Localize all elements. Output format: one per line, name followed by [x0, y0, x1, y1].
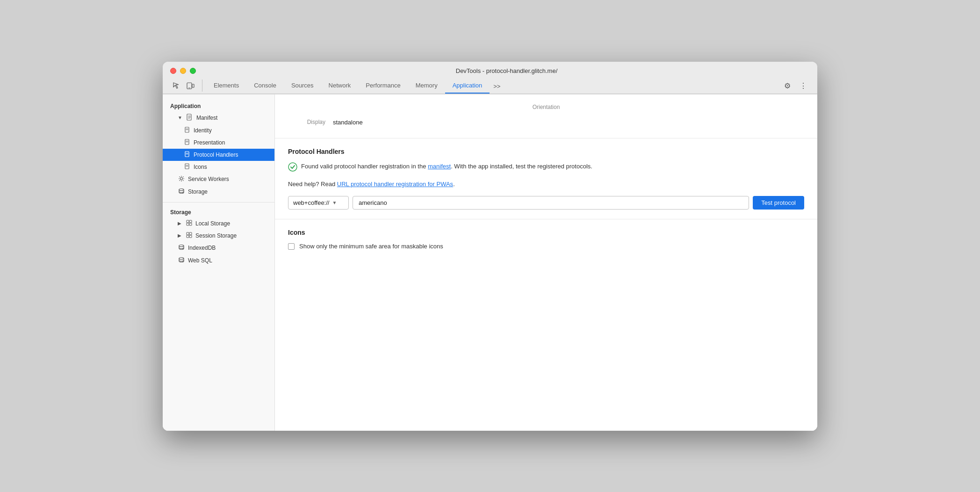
- svg-point-29: [179, 245, 184, 246]
- maskable-icons-row: Show only the minimum safe area for mask…: [288, 243, 804, 250]
- svg-rect-24: [189, 223, 192, 225]
- main-panel: Orientation Display standalone Protocol …: [275, 94, 817, 431]
- maximize-button[interactable]: [190, 68, 196, 74]
- db-icon-websql: [178, 257, 185, 265]
- svg-point-31: [288, 163, 297, 171]
- svg-rect-26: [189, 232, 192, 235]
- tab-console[interactable]: Console: [246, 78, 284, 94]
- more-tabs-button[interactable]: >>: [490, 79, 504, 94]
- success-text-post: . With the app installed, test the regis…: [451, 163, 592, 170]
- tab-performance[interactable]: Performance: [358, 78, 408, 94]
- protocol-handlers-section: Protocol Handlers Found valid protocol h…: [275, 138, 817, 220]
- sidebar-item-storage[interactable]: Storage: [163, 186, 274, 198]
- help-link[interactable]: URL protocol handler registration for PW…: [337, 181, 453, 188]
- protocol-input[interactable]: [353, 196, 749, 210]
- grid-icon-session: [185, 232, 193, 239]
- sidebar-item-websql[interactable]: Web SQL: [163, 254, 274, 267]
- sidebar-divider: [163, 202, 274, 203]
- browser-window: DevTools - protocol-handler.glitch.me/: [163, 62, 817, 431]
- sidebar-item-manifest[interactable]: ▼ Manifest: [163, 111, 274, 124]
- sidebar-indexeddb-label: IndexedDB: [188, 245, 216, 251]
- svg-rect-23: [187, 223, 189, 225]
- sidebar-local-storage-label: Local Storage: [195, 220, 230, 227]
- tab-network[interactable]: Network: [321, 78, 359, 94]
- titlebar: DevTools - protocol-handler.glitch.me/: [163, 62, 817, 94]
- protocol-row: web+coffee:// ▼ Test protocol: [288, 196, 804, 210]
- display-value: standalone: [333, 119, 363, 126]
- maskable-icons-label: Show only the minimum safe area for mask…: [299, 243, 443, 250]
- sidebar: Application ▼ Manifest: [163, 94, 275, 431]
- sidebar-storage-label: Storage: [188, 188, 208, 195]
- more-options-button[interactable]: ⋮: [797, 79, 810, 92]
- success-check-icon: [288, 162, 297, 174]
- display-section: Orientation Display standalone: [275, 94, 817, 138]
- tab-memory[interactable]: Memory: [408, 78, 445, 94]
- tab-sources[interactable]: Sources: [284, 78, 321, 94]
- svg-rect-22: [189, 220, 192, 223]
- sidebar-item-icons[interactable]: Icons: [163, 161, 274, 173]
- test-protocol-button[interactable]: Test protocol: [753, 196, 804, 210]
- sidebar-section-storage: Storage: [163, 206, 274, 217]
- window-title: DevTools - protocol-handler.glitch.me/: [203, 67, 810, 74]
- document-icon-protocol: [183, 151, 191, 159]
- document-icon-identity: [183, 127, 191, 134]
- db-icon-indexed: [178, 244, 185, 252]
- sidebar-item-indexeddb[interactable]: IndexedDB: [163, 242, 274, 254]
- svg-rect-21: [187, 220, 189, 223]
- sidebar-identity-label: Identity: [194, 127, 212, 134]
- svg-rect-1: [192, 84, 194, 87]
- sidebar-item-presentation[interactable]: Presentation: [163, 137, 274, 149]
- gear-icon: [178, 175, 185, 183]
- grid-icon-local: [185, 220, 193, 227]
- storage-icon: [178, 188, 185, 196]
- display-row: Display standalone: [288, 116, 804, 129]
- tab-elements[interactable]: Elements: [206, 78, 246, 94]
- traffic-lights: [170, 68, 196, 74]
- sidebar-session-storage-label: Session Storage: [195, 232, 237, 239]
- sidebar-item-identity[interactable]: Identity: [163, 124, 274, 137]
- settings-button[interactable]: ⚙: [781, 79, 794, 92]
- protocol-select-value: web+coffee://: [293, 199, 329, 206]
- sidebar-item-protocol-handlers[interactable]: Protocol Handlers: [163, 149, 274, 161]
- close-button[interactable]: [170, 68, 176, 74]
- icons-title: Icons: [288, 229, 804, 236]
- svg-point-19: [180, 177, 183, 180]
- help-post: .: [453, 181, 455, 188]
- chevron-right-icon-local: ▶: [178, 221, 181, 226]
- sidebar-service-workers-label: Service Workers: [188, 176, 229, 182]
- chevron-down-icon-select: ▼: [332, 200, 337, 205]
- manifest-link[interactable]: manifest: [428, 163, 451, 170]
- sidebar-item-service-workers[interactable]: Service Workers: [163, 173, 274, 186]
- chevron-right-icon-session: ▶: [178, 233, 181, 238]
- success-row: Found valid protocol handler registratio…: [288, 162, 804, 174]
- sidebar-item-local-storage[interactable]: ▶ Local Storage: [163, 217, 274, 230]
- document-icon-icons: [183, 163, 191, 171]
- protocol-select[interactable]: web+coffee:// ▼: [288, 196, 349, 210]
- svg-point-30: [179, 257, 184, 259]
- tab-bar: Elements Console Sources Network Perform…: [206, 78, 775, 94]
- sidebar-protocol-handlers-label: Protocol Handlers: [194, 152, 238, 158]
- orientation-label: Orientation: [288, 104, 804, 110]
- device-toolbar-icon[interactable]: [184, 80, 196, 92]
- document-icon: [186, 114, 194, 122]
- main-content: Application ▼ Manifest: [163, 94, 817, 431]
- sidebar-presentation-label: Presentation: [194, 139, 225, 146]
- svg-point-20: [179, 188, 184, 190]
- tab-application[interactable]: Application: [445, 78, 490, 94]
- sidebar-item-session-storage[interactable]: ▶ Session Storage: [163, 230, 274, 242]
- success-text-pre: Found valid protocol handler registratio…: [301, 163, 428, 170]
- sidebar-manifest-label: Manifest: [196, 115, 217, 121]
- sidebar-section-application: Application: [163, 100, 274, 111]
- svg-rect-28: [189, 235, 192, 238]
- success-message: Found valid protocol handler registratio…: [301, 162, 592, 171]
- sidebar-websql-label: Web SQL: [188, 257, 212, 264]
- help-pre: Need help? Read: [288, 181, 337, 188]
- protocol-handlers-title: Protocol Handlers: [288, 148, 804, 155]
- toolbar: Elements Console Sources Network Perform…: [170, 78, 810, 94]
- help-text: Need help? Read URL protocol handler reg…: [288, 180, 804, 189]
- minimize-button[interactable]: [180, 68, 186, 74]
- inspect-icon[interactable]: [170, 80, 182, 92]
- maskable-icons-checkbox[interactable]: [288, 243, 295, 250]
- toolbar-icons: [170, 80, 202, 92]
- chevron-down-icon: ▼: [178, 115, 182, 120]
